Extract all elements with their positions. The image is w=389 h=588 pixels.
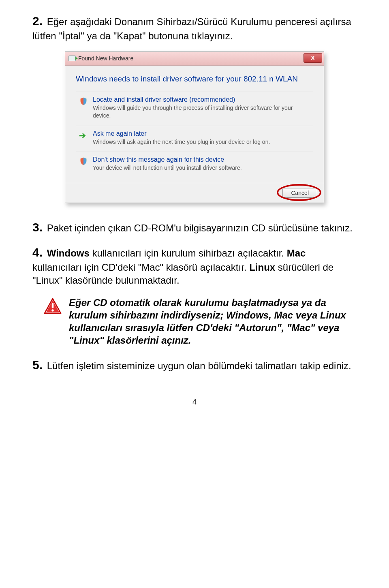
step-4: 4. Windows kullanıcıları için kurulum si… — [32, 244, 357, 287]
option-dont-show[interactable]: Don't show this message again for this d… — [76, 152, 313, 178]
dialog-body: Windows needs to install driver software… — [65, 66, 324, 183]
dialog-wrapper: Found New Hardware X Windows needs to in… — [32, 51, 357, 203]
step-3: 3. Paket içinden çıkan CD-ROM'u bilgisay… — [32, 219, 357, 236]
option-locate-install[interactable]: Locate and install driver software (reco… — [76, 92, 313, 126]
option-2-title: Ask me again later — [93, 130, 310, 137]
dialog-title: Found New Hardware — [78, 55, 133, 62]
close-button[interactable]: X — [304, 53, 322, 63]
step-5-number: 5. — [32, 358, 43, 372]
option-3-title: Don't show this message again for this d… — [93, 156, 310, 163]
hardware-icon — [68, 56, 76, 61]
step-2: 2. Eğer aşağıdaki Donanım Sihirbazı/Sürü… — [32, 13, 357, 43]
step-5: 5. Lütfen işletim sisteminize uygun olan… — [32, 357, 357, 374]
step-3-number: 3. — [32, 220, 43, 234]
step-5-text: Lütfen işletim sisteminize uygun olan bö… — [47, 360, 351, 371]
found-new-hardware-dialog: Found New Hardware X Windows needs to in… — [65, 51, 324, 203]
step-3-text: Paket içinden çıkan CD-ROM'u bilgisayarı… — [47, 222, 353, 233]
option-1-title: Locate and install driver software (reco… — [93, 96, 310, 103]
dialog-footer: Cancel — [65, 183, 324, 203]
page-number: 4 — [32, 398, 357, 406]
step-4-windows-bold: Windows — [47, 248, 90, 259]
cancel-button[interactable]: Cancel — [282, 188, 317, 198]
step-4-number: 4. — [32, 246, 43, 259]
step-4-text: Windows kullanıcıları için kurulum sihir… — [32, 248, 333, 286]
warning-triangle-icon — [44, 296, 62, 347]
svg-point-3 — [51, 309, 53, 311]
dialog-headline: Windows needs to install driver software… — [76, 74, 313, 84]
option-3-desc: Your device will not function until you … — [93, 164, 310, 172]
option-ask-later[interactable]: ➔ Ask me again later Windows will ask ag… — [76, 126, 313, 152]
arrow-right-icon: ➔ — [79, 131, 88, 140]
option-2-text: Ask me again later Windows will ask agai… — [93, 130, 310, 146]
option-2-desc: Windows will ask again the next time you… — [93, 138, 310, 146]
option-1-text: Locate and install driver software (reco… — [93, 96, 310, 120]
shield-icon — [79, 97, 88, 106]
step-4-linux-bold: Linux — [249, 262, 275, 273]
step-4-windows-rest: kullanıcıları için kurulum sihirbazı açı… — [90, 248, 287, 259]
dialog-titlebar: Found New Hardware X — [65, 52, 324, 66]
close-icon: X — [311, 55, 314, 61]
svg-rect-2 — [52, 303, 54, 308]
shield-icon — [79, 157, 88, 166]
warning-note: Eğer CD otomatik olarak kurulumu başlatm… — [32, 296, 357, 347]
option-3-text: Don't show this message again for this d… — [93, 156, 310, 172]
option-1-desc: Windows will guide you through the proce… — [93, 104, 310, 120]
step-2-number: 2. — [32, 14, 43, 28]
warning-text: Eğer CD otomatik olarak kurulumu başlatm… — [69, 296, 357, 347]
step-2-text: Eğer aşağıdaki Donanım Sihirbazı/Sürücü … — [32, 16, 351, 41]
step-4-mac-rest: kullanıcıları için CD'deki "Mac" klasörü… — [32, 262, 249, 273]
step-4-mac-bold: Mac — [287, 248, 306, 259]
